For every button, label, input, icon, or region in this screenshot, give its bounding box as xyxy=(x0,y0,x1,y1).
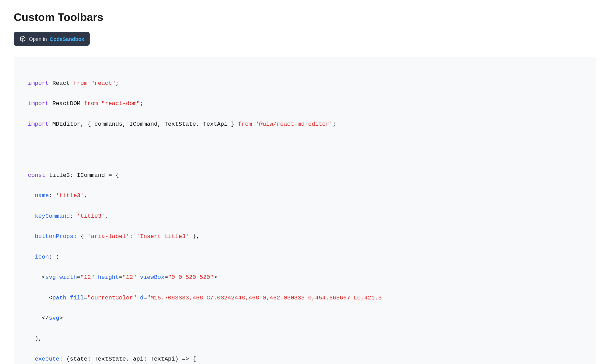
code-line-6: name: 'title3', xyxy=(28,192,87,199)
code-line-13: ), xyxy=(28,335,42,342)
page-title: Custom Toolbars xyxy=(14,11,596,24)
code-block-container: import React from "react"; import ReactD… xyxy=(14,57,596,364)
code-line-3: import MDEditor, { commands, ICommand, T… xyxy=(28,121,336,127)
codesandbox-label-brand: CodeSandbox xyxy=(50,36,84,42)
code-line-11: <path fill="currentColor" d="M15.7083333… xyxy=(28,295,382,301)
code-line-blank-1 xyxy=(28,151,31,158)
code-line-2: import ReactDOM from "react-dom"; xyxy=(28,100,144,107)
code-line-1: import React from "react"; xyxy=(28,80,119,87)
code-block: import React from "react"; import ReactD… xyxy=(28,68,582,364)
code-line-7: keyCommand: 'title3', xyxy=(28,213,109,219)
page-container: Custom Toolbars Open in CodeSandbox impo… xyxy=(0,0,610,364)
code-line-9: icon: ( xyxy=(28,254,59,260)
code-line-8: buttonProps: { 'aria-label': 'Insert tit… xyxy=(28,233,200,240)
code-line-14: execute: (state: TextState, api: TextApi… xyxy=(28,356,196,362)
code-line-5: const title3: ICommand = { xyxy=(28,172,119,179)
code-line-12: </svg> xyxy=(28,315,63,321)
codesandbox-icon xyxy=(19,35,26,42)
open-in-codesandbox-button[interactable]: Open in CodeSandbox xyxy=(14,32,90,46)
codesandbox-label-prefix: Open in xyxy=(29,36,47,42)
code-line-10: <svg width="12" height="12" viewBox="0 0… xyxy=(28,274,217,281)
